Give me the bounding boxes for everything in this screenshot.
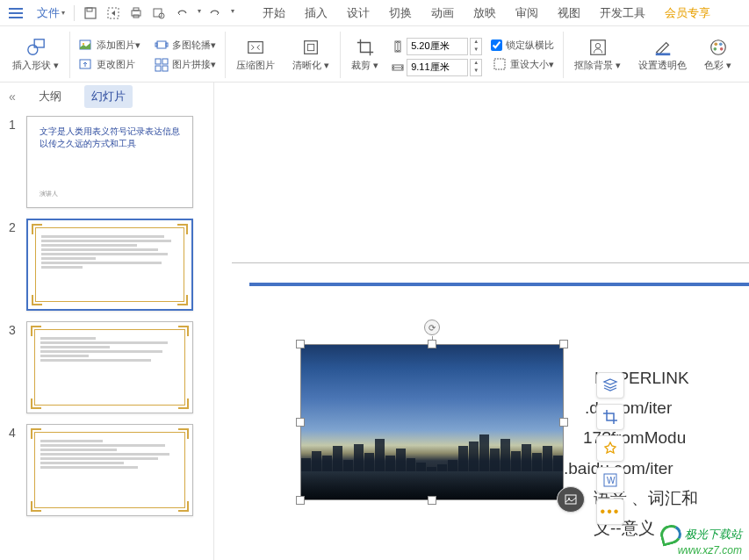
chevron-down-icon[interactable]: ▾ [198,7,201,22]
svg-point-11 [83,43,84,45]
svg-rect-17 [162,59,168,64]
compress-picture-button[interactable]: 压缩图片 [231,36,280,74]
add-picture-button[interactable]: 添加图片 ▾ [76,37,144,54]
text-icon[interactable]: W [596,467,624,493]
svg-rect-18 [155,66,161,71]
watermark-logo-icon [659,522,684,546]
slide-title-rule [249,283,749,286]
picture-link-button[interactable]: 图片拼接 ▾ [151,56,220,74]
layer-icon[interactable] [596,372,624,398]
tab-insert[interactable]: 插入 [303,2,329,25]
tab-devtools[interactable]: 开发工具 [598,2,647,25]
slides-tab[interactable]: 幻灯片 [84,85,133,108]
hamburger-icon [9,8,23,18]
svg-point-33 [720,47,724,51]
tab-slideshow[interactable]: 放映 [472,2,498,25]
preview-icon[interactable] [150,4,168,22]
redo-icon[interactable] [206,4,224,22]
reset-size-button[interactable]: 重设大小 ▾ [489,55,558,73]
save-icon[interactable] [82,4,99,22]
tab-transition[interactable]: 切换 [387,2,414,25]
svg-point-27 [595,43,601,48]
slide-thumbnail-2[interactable] [26,219,193,311]
collapse-panel-icon[interactable]: « [9,90,16,104]
tab-start[interactable]: 开始 [261,2,287,25]
open-icon[interactable] [104,4,122,22]
ribbon-tabs: 开始 插入 设计 切换 动画 放映 审阅 视图 开发工具 会员专享 [261,2,712,25]
resize-handle[interactable] [296,340,305,348]
crop-float-icon[interactable] [596,404,624,430]
tab-vip[interactable]: 会员专享 [663,2,712,25]
menu-bar: 文件▾ ▾ ▾ 开始 插入 设计 切换 动画 放映 审阅 视图 开发工具 会员专… [0,0,749,26]
resize-handle[interactable] [296,418,305,427]
svg-point-30 [714,43,717,47]
tab-design[interactable]: 设计 [345,2,371,25]
print-icon[interactable] [127,4,145,22]
undo-icon[interactable] [173,4,191,22]
lock-aspect-ratio[interactable]: 锁定纵横比 [489,37,556,54]
slide-thumbnail-1[interactable]: 文字是人类用表义符号记录表达信息以传之久远的方式和工具 演讲人 [26,116,193,208]
selected-image[interactable]: ⟳ [300,344,564,500]
width-icon [391,61,405,75]
change-picture-button[interactable]: 更改图片 [76,56,139,74]
height-input[interactable] [407,38,468,55]
quick-access-toolbar: ▾ ▾ [82,4,234,22]
color-button[interactable]: 色彩 ▾ [699,36,737,74]
slide-panel: « 大纲 幻灯片 1 文字是人类用表义符号记录表达信息以传之久远的方式和工具 演… [0,83,214,560]
svg-rect-16 [155,59,161,64]
svg-rect-1 [87,8,92,11]
slide-thumbnail-4[interactable] [26,424,193,516]
svg-rect-13 [157,41,166,48]
chevron-down-icon: ▾ [61,9,65,17]
svg-rect-4 [133,8,139,11]
set-transparent-color-button[interactable]: 设置透明色 [633,36,692,74]
svg-point-9 [27,45,37,54]
slide-canvas[interactable]: HYPERLINK .du.com/iter 17?fromModu .baid… [214,83,749,560]
app-menu-button[interactable] [4,3,32,24]
effects-icon[interactable] [596,435,624,462]
tab-review[interactable]: 审阅 [514,2,540,25]
svg-rect-28 [656,53,671,55]
svg-rect-26 [590,40,605,55]
ribbon-toolbar: 插入形状 ▾ 添加图片 ▾ 更改图片 多图轮播 ▾ 图片拼接 ▾ 压缩图片 清晰… [0,26,749,83]
svg-rect-22 [307,44,313,50]
rotate-handle[interactable]: ⟳ [424,319,440,335]
slide-body-text: HYPERLINK .du.com/iter 17?fromModu .baid… [557,363,698,543]
slide-thumbnail-3[interactable] [26,321,193,413]
resize-handle[interactable] [428,340,436,348]
svg-point-32 [713,47,717,51]
more-options-icon[interactable]: ••• [596,499,624,525]
outline-tab[interactable]: 大纲 [32,85,68,108]
svg-rect-14 [155,43,157,47]
svg-point-29 [711,40,726,55]
width-input[interactable] [407,59,468,76]
svg-rect-21 [305,41,318,54]
sharpen-button[interactable]: 清晰化 ▾ [287,36,335,74]
watermark: 极光下载站 www.xz7.com [660,525,742,556]
height-icon [391,39,405,54]
crop-button[interactable]: 裁剪 ▾ [346,36,384,74]
separator [74,5,75,21]
height-spinner[interactable]: ▲▼ [470,38,482,55]
chevron-down-icon[interactable]: ▾ [231,7,234,22]
image-floating-toolbar: W ••• [596,372,626,525]
slide-number: 4 [9,424,26,516]
image-tools-icon[interactable] [557,486,585,513]
width-spinner[interactable]: ▲▼ [470,59,482,76]
svg-rect-19 [162,66,168,71]
insert-shape-button[interactable]: 插入形状 ▾ [7,36,64,74]
tab-view[interactable]: 视图 [556,2,582,25]
svg-rect-20 [248,42,263,54]
tab-animation[interactable]: 动画 [429,2,456,25]
multi-carousel-button[interactable]: 多图轮播 ▾ [151,37,220,54]
file-menu[interactable]: 文件▾ [32,3,70,24]
slide-number: 3 [9,321,26,413]
resize-handle[interactable] [428,496,436,505]
resize-handle[interactable] [296,496,305,505]
remove-background-button[interactable]: 抠除背景 ▾ [569,36,626,74]
resize-handle[interactable] [559,340,568,348]
resize-handle[interactable] [559,418,568,427]
svg-rect-6 [154,9,162,17]
slide-number: 2 [9,219,26,311]
svg-point-31 [719,43,723,47]
